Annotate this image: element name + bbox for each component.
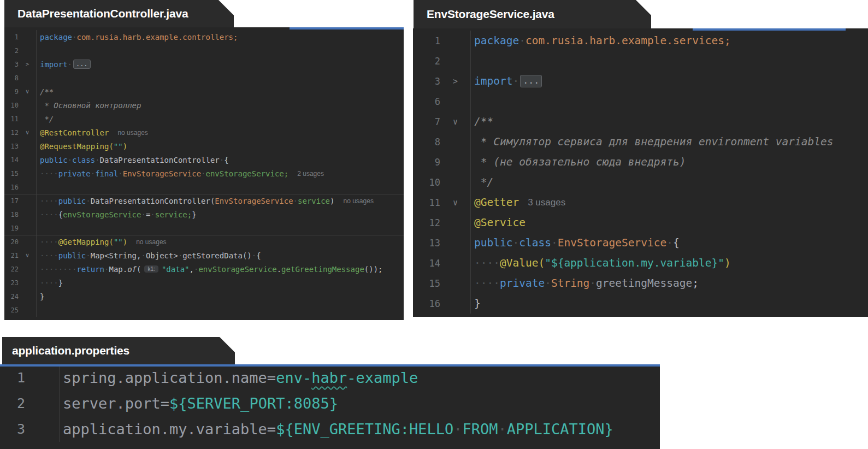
code-token: · bbox=[589, 277, 596, 290]
code-line: 3>import·... bbox=[413, 71, 868, 91]
code-text: public·class·EnvStorageService·{ bbox=[470, 233, 868, 253]
code-line: 1spring.application.name=env-habr-exampl… bbox=[0, 365, 660, 391]
code-line: 1package·com.rusia.harb.example.services… bbox=[413, 31, 868, 51]
code-token: spring.application.name= bbox=[63, 369, 276, 386]
fold-expand-icon[interactable]: > bbox=[19, 61, 36, 68]
folded-imports-chip[interactable]: ... bbox=[73, 60, 90, 69]
code-line: 17····public·DataPresentationController(… bbox=[4, 194, 404, 208]
code-line: 2 bbox=[413, 51, 868, 71]
code-text: */ bbox=[36, 112, 404, 126]
code-text: */ bbox=[470, 172, 868, 192]
code-token: * Основной контроллер bbox=[40, 101, 141, 110]
code-token: no usages bbox=[136, 238, 166, 246]
line-number: 16 bbox=[413, 298, 440, 309]
code-line: 14····@Value("${application.my.variable}… bbox=[413, 253, 868, 273]
code-token: · bbox=[150, 210, 155, 219]
line-number: 9 bbox=[413, 157, 440, 168]
code-text: ····{envStorageService·=·service;} bbox=[36, 208, 404, 221]
code-token: class bbox=[72, 156, 95, 164]
code-line: 3application.my.variable=${ENV_GREETING:… bbox=[0, 416, 660, 442]
code-token: · bbox=[141, 210, 145, 219]
line-number: 3 bbox=[4, 61, 19, 68]
code-token: return bbox=[76, 265, 104, 274]
code-token: ···· bbox=[474, 257, 500, 269]
code-text: ····public·Map<String,·Object>·getStored… bbox=[36, 249, 404, 262]
code-line: 12∨@RestControllerno usages bbox=[4, 126, 404, 139]
code-line: 13public·class·EnvStorageService·{ bbox=[413, 233, 868, 253]
code-token: Map<String, bbox=[91, 251, 141, 260]
code-token: ) bbox=[724, 257, 731, 269]
fold-expand-icon[interactable]: > bbox=[440, 76, 470, 86]
file-tab-service: EnvStorageService.java bbox=[414, 0, 651, 28]
code-token: · bbox=[95, 156, 99, 164]
code-text: public·class·DataPresentationController·… bbox=[36, 153, 404, 167]
file-tab-label: DataPresentationController.java bbox=[17, 7, 188, 20]
code-token: "" bbox=[114, 238, 123, 246]
code-text bbox=[470, 51, 868, 71]
code-token: · bbox=[498, 421, 507, 438]
code-text bbox=[36, 44, 404, 57]
code-text bbox=[470, 91, 868, 111]
code-token: ) bbox=[123, 142, 127, 151]
code-token: "data" bbox=[162, 265, 190, 274]
code-line: 19 bbox=[4, 221, 404, 235]
code-line: 7∨/** bbox=[413, 111, 868, 132]
code-token: "${application.my.variable}" bbox=[545, 257, 724, 269]
file-tab-properties: application.properties bbox=[2, 337, 235, 364]
code-line: 8 * Симулятор сервиса для внедрения envi… bbox=[413, 132, 868, 152]
fold-collapse-icon[interactable]: ∨ bbox=[19, 88, 36, 95]
line-number: 2 bbox=[4, 47, 19, 55]
fold-collapse-icon[interactable]: ∨ bbox=[440, 117, 470, 127]
code-lines: 1package·com.rusia.harb.example.services… bbox=[413, 28, 868, 314]
fold-collapse-icon[interactable]: ∨ bbox=[19, 129, 36, 136]
code-text: application.my.variable=${ENV_GREETING:H… bbox=[59, 416, 660, 442]
code-text: ····private·final·EnvStorageService·envS… bbox=[36, 167, 404, 180]
code-text: @RequestMapping("") bbox=[36, 139, 404, 153]
code-token: String bbox=[551, 277, 589, 290]
code-token: } bbox=[474, 297, 481, 310]
code-token: envStorageService bbox=[198, 265, 276, 274]
code-token: com.rusia.harb.example.controllers; bbox=[76, 33, 238, 42]
line-number: 8 bbox=[4, 74, 19, 82]
code-token: private bbox=[58, 169, 91, 178]
code-line: 11∨@Getter3 usages bbox=[413, 192, 868, 212]
code-token: application.my.variable= bbox=[63, 421, 276, 438]
code-token: com.rusia.harb.example.services; bbox=[525, 34, 731, 47]
code-token: ; bbox=[692, 277, 699, 290]
line-number: 1 bbox=[413, 36, 440, 46]
code-token: 3 usages bbox=[528, 197, 565, 208]
code-token: @Service bbox=[474, 216, 525, 229]
code-token: import bbox=[474, 75, 512, 87]
code-token: · bbox=[91, 169, 95, 178]
code-token: import bbox=[40, 60, 68, 69]
code-token: · bbox=[512, 237, 519, 249]
code-text: server.port=${SERVER_PORT:8085} bbox=[59, 391, 660, 416]
code-line: 16 bbox=[4, 180, 404, 194]
code-text: /** bbox=[470, 111, 868, 132]
code-line: 10 */ bbox=[413, 172, 868, 192]
code-text: ····public·DataPresentationController(En… bbox=[36, 194, 404, 208]
folded-imports-chip[interactable]: ... bbox=[520, 75, 542, 87]
code-token: · bbox=[118, 169, 122, 178]
code-editor-service: 1package·com.rusia.harb.example.services… bbox=[413, 28, 868, 317]
line-number: 6 bbox=[413, 96, 440, 107]
code-token: final bbox=[95, 169, 118, 178]
fold-collapse-icon[interactable]: ∨ bbox=[440, 198, 470, 208]
code-token: getStoredData() bbox=[182, 251, 251, 260]
code-token: */ bbox=[474, 176, 493, 188]
code-token: · bbox=[551, 237, 558, 249]
code-token: envStorageService; bbox=[206, 169, 289, 178]
code-token: @RestController bbox=[40, 128, 109, 137]
fold-collapse-icon[interactable]: ∨ bbox=[19, 252, 36, 259]
code-token: ···· bbox=[40, 210, 58, 219]
active-tab-indicator bbox=[0, 364, 660, 367]
code-token: public bbox=[40, 156, 68, 164]
code-token: · bbox=[178, 251, 182, 260]
line-number: 12 bbox=[413, 217, 440, 228]
code-token: · bbox=[68, 60, 72, 69]
code-token: Object> bbox=[146, 251, 178, 260]
code-editor-controller: 1package·com.rusia.harb.example.controll… bbox=[4, 27, 404, 320]
code-token: envStorageService bbox=[63, 210, 141, 219]
code-token: · bbox=[104, 265, 109, 274]
line-number: 9 bbox=[4, 88, 19, 96]
